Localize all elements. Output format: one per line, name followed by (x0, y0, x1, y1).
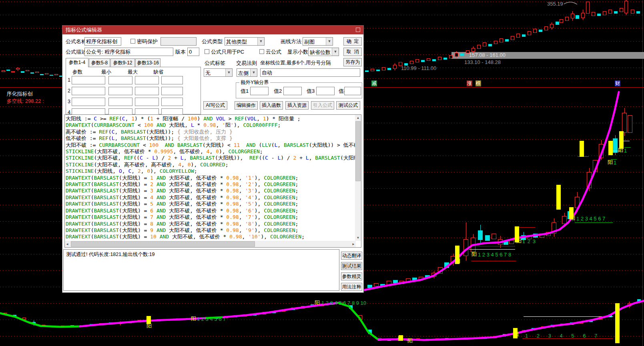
param-input[interactable] (161, 98, 183, 106)
candle (620, 8, 623, 12)
test-formula-button[interactable]: 测试公式 (336, 101, 360, 110)
candle (393, 280, 398, 283)
param-input[interactable] (135, 76, 159, 84)
v1-input[interactable] (250, 87, 269, 95)
code-line: DRAWTEXT(BARSLAST(大阳线) = 5 AND 大阳不破, 低不破… (66, 201, 355, 207)
insert-resource-button[interactable]: 插入资源 (285, 101, 309, 110)
v4-input[interactable] (344, 87, 361, 95)
decimals-label: 显示小数 (287, 49, 308, 55)
dialog-titlebar[interactable]: 指标公式编辑器 (62, 26, 363, 34)
version-input[interactable]: 0 (187, 48, 199, 56)
param-input[interactable] (135, 87, 159, 95)
scroll-right-icon[interactable]: ► (352, 242, 355, 246)
chevron-down-icon[interactable]: ▼ (225, 69, 232, 76)
scroll-left-icon[interactable]: ◄ (66, 242, 69, 246)
draw-method-select[interactable]: 副图 ▼ (303, 37, 333, 46)
level-line (475, 246, 515, 246)
candle (597, 14, 601, 16)
pc-only-checkbox[interactable] (205, 49, 209, 54)
formula-type-select[interactable]: 其他类型 ▼ (225, 37, 265, 46)
candle (552, 222, 556, 234)
param-input[interactable] (108, 76, 132, 84)
cloud-checkbox[interactable] (259, 49, 264, 54)
param-input[interactable] (72, 98, 105, 106)
coord-pos-input[interactable]: 自动 (260, 68, 360, 77)
tab-params-13-16[interactable]: 参数13-16 (135, 58, 160, 67)
candle (80, 325, 84, 327)
band-marker[interactable]: 涨 (467, 80, 472, 86)
v2-label: 值2 (274, 88, 282, 94)
candle (387, 68, 391, 70)
usage-notes-button[interactable]: 用法注释 (341, 283, 362, 291)
count-digits-row: 1 (614, 160, 616, 165)
v1-label: 值1 (241, 88, 249, 94)
v2-input[interactable] (283, 87, 302, 95)
h-scrollbar[interactable]: ◄ ► (65, 241, 356, 247)
candle (493, 336, 497, 338)
chevron-down-icon[interactable]: ▼ (257, 38, 264, 45)
decimals-select[interactable]: 缺省位数 ▼ (308, 48, 339, 56)
chevron-down-icon[interactable]: ▼ (326, 38, 333, 45)
candle (431, 273, 436, 277)
candle (560, 324, 564, 326)
scroll-down-icon[interactable]: ▼ (355, 236, 361, 240)
band-marker[interactable]: 财 (615, 80, 620, 86)
h-scroll-thumb[interactable] (71, 241, 255, 247)
candle (90, 324, 93, 326)
maximize-icon[interactable] (356, 28, 360, 32)
gridline (0, 320, 644, 320)
param-input[interactable] (135, 98, 159, 106)
v-scrollbar[interactable]: ▲ ▼ (355, 115, 361, 241)
insert-function-button[interactable]: 插入函数 (260, 101, 283, 110)
tab-params-9-12[interactable]: 参数9-12 (110, 58, 135, 67)
v3-input[interactable] (316, 87, 335, 95)
code-editor[interactable]: 大阳线 := C >= REF(C, 1) * (1 + 阳涨幅 / 100) … (64, 114, 361, 248)
cancel-button[interactable]: 取 消 (343, 48, 362, 56)
candle (488, 44, 492, 46)
code-line: DRAWTEXT(BARSLAST(大阳线) = 10 AND 大阳不破, 低不… (66, 234, 355, 240)
tab-params-1-4[interactable]: 参数1-4 (66, 58, 88, 67)
formula-name-input[interactable]: 程序化指标创 (84, 37, 121, 46)
trade-rule-select[interactable]: 左侧 ▼ (237, 68, 257, 77)
param-input[interactable] (72, 76, 105, 84)
formula-tag-select[interactable]: 无 ▼ (204, 68, 233, 77)
candle (544, 26, 548, 30)
tab-params-5-8[interactable]: 参数5-8 (89, 58, 110, 67)
chevron-down-icon[interactable]: ▼ (250, 69, 257, 76)
password-label: 密码保护 (137, 38, 158, 44)
band-marker[interactable]: 榜 (475, 80, 481, 86)
chevron-down-icon[interactable]: ▼ (332, 48, 339, 56)
formula-tag-value: 无 (205, 70, 211, 77)
candle (608, 10, 612, 14)
edit-operation-button[interactable]: 编辑操作 (235, 101, 258, 110)
candle (186, 318, 189, 320)
param-input[interactable] (108, 98, 132, 106)
v-scroll-thumb[interactable] (355, 121, 361, 181)
candle (478, 230, 483, 240)
param-wizard-button[interactable]: 参数精灵 (341, 272, 362, 280)
param-input[interactable] (161, 76, 183, 84)
formula-editor-dialog: 指标公式编辑器 公式名称 程序化指标创 密码保护 公式类型 其他类型 ▼ 画线方… (62, 25, 364, 293)
ok-button[interactable]: 确 定 (343, 37, 362, 46)
count-digits-row: 1 (624, 148, 627, 153)
test-result-button[interactable]: 测试结果 (341, 262, 362, 270)
v3-label: 值3 (307, 88, 315, 94)
formula-name-label: 公式名称 (66, 38, 86, 44)
password-checkbox[interactable] (130, 39, 135, 44)
code-text[interactable]: 大阳线 := C >= REF(C, 1) * (1 + 阳涨幅 / 100) … (66, 116, 355, 241)
param-input[interactable] (108, 87, 132, 95)
param-input[interactable] (72, 87, 105, 95)
band-marker[interactable]: 减 (371, 80, 377, 86)
dynamic-translate-button[interactable]: 动态翻译 (341, 252, 362, 260)
param-input[interactable] (161, 87, 183, 95)
formula-desc-input[interactable]: 公众号: 程序化指标 (84, 48, 173, 56)
candle (599, 317, 602, 320)
candle (533, 234, 538, 238)
price-label: 157.08 - 161.00 (469, 52, 506, 58)
candle (438, 57, 441, 60)
candle (637, 299, 641, 302)
ai-write-button[interactable]: AI写公式 (203, 101, 227, 110)
scroll-up-icon[interactable]: ▲ (355, 116, 361, 120)
candle (11, 71, 15, 72)
save-as-button[interactable]: 另存为 (343, 58, 362, 66)
